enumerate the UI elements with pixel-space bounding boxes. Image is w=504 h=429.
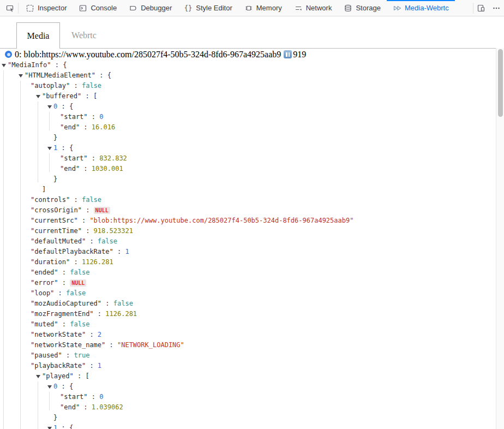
json-token: : bbox=[74, 372, 86, 380]
json-token: 16.016 bbox=[92, 123, 115, 131]
json-token: 1030.001 bbox=[92, 165, 123, 172]
tree-line: "defaultMuted" : false bbox=[0, 236, 496, 247]
json-token: "blob:https://www.youtube.com/285027f4-5… bbox=[89, 217, 353, 224]
json-token: 832.832 bbox=[99, 154, 127, 162]
toolbar-tab-console[interactable]: Console bbox=[73, 0, 123, 16]
twisty-icon[interactable] bbox=[19, 74, 23, 78]
json-token: "controls" bbox=[31, 196, 70, 204]
style-editor-icon: {} bbox=[184, 4, 193, 13]
tab-media[interactable]: Media bbox=[16, 22, 60, 49]
json-token: "end" bbox=[60, 165, 80, 172]
json-token: "defaultPlaybackRate" bbox=[31, 248, 113, 255]
toolbar-tab-label: Storage bbox=[356, 4, 381, 12]
json-token: "autoplay" bbox=[31, 82, 70, 90]
json-token: { bbox=[63, 61, 67, 69]
twisty-icon[interactable] bbox=[47, 105, 52, 109]
toolbar-separator bbox=[18, 3, 19, 14]
toolbar-tab-label: Memory bbox=[256, 4, 282, 12]
json-token: { bbox=[69, 383, 73, 390]
toolbar-tabs: InspectorConsoleDebugger{}Style EditorMe… bbox=[20, 0, 455, 16]
twisty-icon[interactable] bbox=[36, 95, 40, 98]
json-token: "start" bbox=[60, 113, 88, 121]
json-token: [ bbox=[85, 372, 89, 380]
tree-line: "buffered" : [ bbox=[0, 91, 496, 102]
scrollbar-thumb[interactable] bbox=[498, 49, 503, 117]
media-stream-row: 0: blob:https://www.youtube.com/285027f4… bbox=[5, 49, 306, 59]
json-token: "buffered" bbox=[42, 92, 81, 100]
tree-line: "played" : [ bbox=[0, 371, 496, 382]
json-token: : bbox=[105, 341, 117, 349]
json-token: false bbox=[82, 82, 101, 90]
tree-line: 1 : { bbox=[0, 423, 496, 429]
scrollbar-track[interactable] bbox=[496, 48, 504, 429]
tree-line: "playbackRate" : 1 bbox=[0, 361, 496, 371]
json-token: 2 bbox=[98, 331, 101, 338]
tree-line: "networkState_name" : "NETWORK_LOADING" bbox=[0, 340, 496, 350]
json-token: false bbox=[98, 237, 117, 245]
pause-icon bbox=[284, 50, 292, 58]
tree-line: } bbox=[0, 413, 496, 423]
tree-line: "start" : 0 bbox=[0, 112, 496, 122]
json-token: "start" bbox=[60, 154, 88, 162]
toolbar-tab-network[interactable]: Network bbox=[288, 0, 338, 16]
json-token: : bbox=[95, 72, 107, 79]
json-token: } bbox=[53, 175, 57, 183]
json-token: "currentSrc" bbox=[31, 217, 78, 224]
tree-line: "end" : 1.039062 bbox=[0, 402, 496, 413]
json-token: "MediaInfo" bbox=[8, 61, 51, 69]
twisty-icon[interactable] bbox=[47, 385, 52, 389]
json-token: "networkState_name" bbox=[31, 341, 105, 349]
tree-line: "HTMLMediaElement" : { bbox=[0, 70, 496, 81]
toolbar-tab-inspector[interactable]: Inspector bbox=[20, 0, 73, 16]
network-icon bbox=[294, 4, 303, 13]
tree-line: "controls" : false bbox=[0, 195, 496, 205]
json-token: "error" bbox=[31, 279, 58, 287]
tree-line: "defaultPlaybackRate" : 1 bbox=[0, 247, 496, 257]
twisty-icon[interactable] bbox=[36, 375, 40, 378]
tree-line: "start" : 832.832 bbox=[0, 153, 496, 164]
null-badge: NULL bbox=[94, 207, 110, 214]
toolbar-tab-storage[interactable]: Storage bbox=[338, 0, 387, 16]
stream-radio-icon[interactable] bbox=[5, 51, 12, 58]
tree-line: "networkState" : 2 bbox=[0, 330, 496, 340]
meatball-menu-button[interactable] bbox=[489, 0, 504, 16]
twisty-icon[interactable] bbox=[2, 64, 6, 67]
toolbar-tab-label: Inspector bbox=[38, 4, 67, 12]
toolbar-tab-label: Network bbox=[306, 4, 332, 12]
dots-icon bbox=[492, 4, 501, 13]
tab-webrtc[interactable]: Webrtc bbox=[64, 22, 104, 49]
tree-line: "autoplay" : false bbox=[0, 81, 496, 91]
json-token: { bbox=[69, 103, 73, 110]
json-token: "loop" bbox=[31, 289, 54, 297]
twisty-icon[interactable] bbox=[47, 427, 52, 429]
toolbar-tab-media-webrtc[interactable]: Media-Webrtc bbox=[387, 0, 455, 16]
json-token: [ bbox=[93, 92, 97, 100]
json-token: "mozFragmentEnd" bbox=[31, 310, 94, 318]
json-token: "duration" bbox=[31, 258, 70, 266]
tree-line: "start" : 0 bbox=[0, 392, 496, 402]
json-token: : bbox=[62, 351, 74, 359]
node-picker-button[interactable] bbox=[3, 0, 18, 16]
toolbar-tab-label: Media-Webrtc bbox=[405, 4, 449, 12]
toolbar-tab-debugger[interactable]: Debugger bbox=[123, 0, 178, 16]
json-token: : bbox=[86, 362, 98, 370]
json-token: : bbox=[88, 393, 100, 401]
tree-line: } bbox=[0, 174, 496, 184]
tree-line: "duration" : 1126.281 bbox=[0, 257, 496, 267]
storage-icon bbox=[344, 4, 352, 13]
json-token: "defaultMuted" bbox=[31, 237, 86, 245]
twisty-icon[interactable] bbox=[47, 147, 52, 150]
tree-line: "loop" : false bbox=[0, 288, 496, 299]
responsive-design-mode-button[interactable] bbox=[473, 0, 489, 16]
toolbar-tab-style-editor[interactable]: {}Style Editor bbox=[178, 0, 238, 16]
tree-line: "end" : 16.016 bbox=[0, 122, 496, 133]
json-token: "networkState" bbox=[31, 331, 86, 338]
json-token: : bbox=[57, 103, 69, 110]
json-token: : bbox=[101, 300, 113, 307]
toolbar-tab-memory[interactable]: Memory bbox=[238, 0, 288, 16]
tab-media-label: Media bbox=[27, 31, 50, 41]
tree-line: "currentTime" : 918.523321 bbox=[0, 226, 496, 236]
json-token: 1.039062 bbox=[92, 403, 123, 411]
json-token: { bbox=[69, 144, 73, 152]
json-token: false bbox=[70, 269, 89, 276]
